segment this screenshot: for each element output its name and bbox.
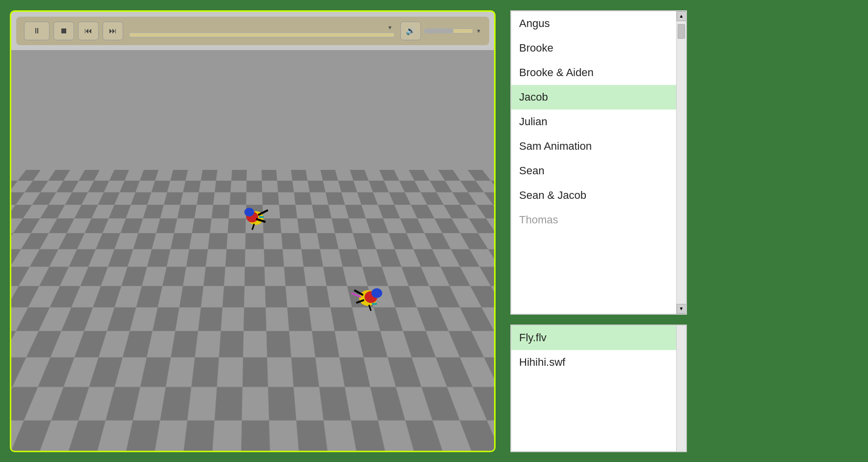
video-player: ⏸ ⏹ ⏮ ⏭ ▼ 🔊 ▼	[10, 10, 496, 452]
scrollbar-thumb[interactable]	[678, 24, 685, 39]
volume-section: 🔊 ▼	[400, 22, 481, 40]
file-item-hihihi-swf[interactable]: Hihihi.swf	[511, 350, 676, 375]
volume-dropdown-arrow: ▼	[476, 28, 481, 34]
volume-button[interactable]: 🔊	[400, 22, 421, 40]
progress-dropdown-arrow: ▼	[387, 25, 393, 30]
list-item-thomas[interactable]: Thomas	[511, 208, 676, 232]
list-item-julian[interactable]: Julian	[511, 109, 676, 134]
pause-button[interactable]: ⏸	[24, 22, 50, 40]
svg-point-2	[244, 208, 254, 217]
file-list-scrollbar[interactable]	[676, 326, 686, 451]
list-item-sam-animation[interactable]: Sam Animation	[511, 134, 676, 159]
controls-bar: ⏸ ⏹ ⏮ ⏭ ▼ 🔊 ▼	[16, 17, 489, 45]
svg-line-13	[369, 305, 371, 311]
right-panel: Angus Brooke Brooke & Aiden Jacob Julian…	[510, 10, 687, 452]
rewind-button[interactable]: ⏮	[78, 22, 99, 40]
svg-line-5	[252, 224, 254, 230]
scrollbar-up-arrow[interactable]: ▲	[677, 11, 686, 21]
svg-point-9	[371, 288, 382, 298]
file-item-fly-flv[interactable]: Fly.flv	[511, 326, 676, 350]
fast-forward-button[interactable]: ⏭	[103, 22, 123, 40]
list-item-sean-jacob[interactable]: Sean & Jacob	[511, 183, 676, 208]
list-item-brooke-aiden[interactable]: Brooke & Aiden	[511, 60, 676, 85]
list-item-jacob[interactable]: Jacob	[511, 85, 676, 109]
stop-button[interactable]: ⏹	[53, 22, 74, 40]
progress-area: ▼	[129, 25, 395, 37]
animation-list-box: Angus Brooke Brooke & Aiden Jacob Julian…	[510, 10, 687, 315]
scrollbar-down-arrow[interactable]: ▼	[677, 304, 686, 314]
list-item-sean[interactable]: Sean	[511, 159, 676, 183]
file-list: Fly.flv Hihihi.swf	[511, 326, 676, 451]
animation-list: Angus Brooke Brooke & Aiden Jacob Julian…	[511, 11, 676, 314]
robot-character-2	[349, 278, 394, 313]
progress-bar-track[interactable]	[129, 32, 395, 37]
volume-slider-fill	[424, 29, 453, 33]
robot-character-1	[234, 202, 273, 232]
list-item-brooke[interactable]: Brooke	[511, 36, 676, 60]
svg-rect-6	[259, 216, 264, 218]
scrollbar-middle	[677, 21, 686, 304]
scene-viewport	[11, 50, 494, 451]
file-list-box: Fly.flv Hihihi.swf	[510, 325, 687, 452]
animation-list-scrollbar[interactable]: ▲ ▼	[676, 11, 686, 314]
svg-rect-14	[372, 303, 377, 305]
list-item-angus[interactable]: Angus	[511, 11, 676, 36]
volume-slider-track[interactable]	[424, 28, 473, 33]
